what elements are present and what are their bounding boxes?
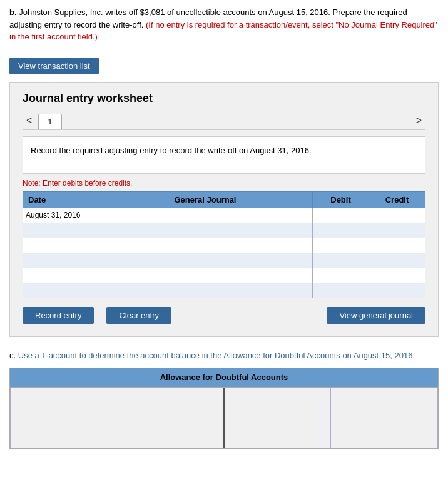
col-header-general: General Journal	[98, 191, 313, 208]
general-input-6[interactable]	[98, 283, 312, 298]
t-account-right-input-4[interactable]	[331, 433, 437, 448]
t-account-row	[11, 418, 438, 433]
credit-input-5[interactable]	[369, 268, 425, 283]
t-account-left-4[interactable]	[11, 433, 225, 448]
general-cell-5[interactable]	[98, 268, 313, 283]
debit-cell-2[interactable]	[313, 223, 369, 238]
credit-cell-6[interactable]	[369, 283, 425, 298]
problem-c-label: c.	[9, 351, 16, 360]
tab-left-arrow[interactable]: <	[23, 113, 36, 129]
t-account-mid-1[interactable]	[224, 388, 331, 403]
general-cell-1[interactable]	[98, 208, 313, 223]
credit-cell-1[interactable]	[369, 208, 425, 223]
t-account-left-input-4[interactable]	[11, 433, 223, 448]
t-account-right-3[interactable]	[331, 418, 438, 433]
date-cell-4	[23, 253, 98, 268]
t-account-left-input-2[interactable]	[11, 403, 223, 418]
t-account-title: Allowance for Doubtful Accounts	[10, 368, 438, 388]
debit-input-2[interactable]	[313, 223, 369, 238]
credit-cell-2[interactable]	[369, 223, 425, 238]
general-cell-6[interactable]	[98, 283, 313, 298]
t-account-table	[10, 388, 438, 448]
t-account-mid-input-2[interactable]	[225, 403, 330, 418]
t-account-row	[11, 388, 438, 403]
credit-input-1[interactable]	[369, 208, 425, 223]
problem-c-description: Use a T-account to determine the account…	[18, 351, 415, 360]
t-account-left-1[interactable]	[11, 388, 225, 403]
t-account-left-input-3[interactable]	[11, 418, 223, 433]
problem-c-text: c. Use a T-account to determine the acco…	[9, 349, 439, 362]
entry-description-text: Record the required adjusting entry to r…	[31, 146, 312, 155]
journal-table: Date General Journal Debit Credit August…	[23, 191, 425, 298]
t-account-right-2[interactable]	[331, 403, 438, 418]
table-row	[23, 268, 425, 283]
tab-1[interactable]: 1	[38, 114, 61, 129]
view-transaction-list-button[interactable]: View transaction list	[9, 58, 99, 74]
debit-cell-1[interactable]	[313, 208, 369, 223]
debit-input-3[interactable]	[313, 238, 369, 253]
view-general-journal-button[interactable]: View general journal	[327, 307, 425, 324]
debit-input-4[interactable]	[313, 253, 369, 268]
debit-cell-4[interactable]	[313, 253, 369, 268]
date-cell-2	[23, 223, 98, 238]
problem-b-label: b.	[9, 8, 17, 17]
col-header-debit: Debit	[313, 191, 369, 208]
general-input-4[interactable]	[98, 253, 312, 268]
problem-c-section: c. Use a T-account to determine the acco…	[9, 349, 439, 449]
debit-input-1[interactable]	[313, 208, 369, 223]
col-header-credit: Credit	[369, 191, 425, 208]
t-account-right-1[interactable]	[331, 388, 438, 403]
t-account-mid-2[interactable]	[224, 403, 331, 418]
col-header-date: Date	[23, 191, 98, 208]
tab-section: < 1 >	[23, 113, 425, 130]
general-input-1[interactable]	[98, 208, 312, 223]
credit-cell-4[interactable]	[369, 253, 425, 268]
worksheet-container: Journal entry worksheet < 1 > Record the…	[9, 82, 439, 337]
general-cell-3[interactable]	[98, 238, 313, 253]
date-cell-3	[23, 238, 98, 253]
t-account-right-4[interactable]	[331, 433, 438, 448]
general-cell-2[interactable]	[98, 223, 313, 238]
general-input-2[interactable]	[98, 223, 312, 238]
date-cell-5	[23, 268, 98, 283]
t-account-left-2[interactable]	[11, 403, 225, 418]
table-row	[23, 283, 425, 298]
debit-cell-5[interactable]	[313, 268, 369, 283]
general-cell-4[interactable]	[98, 253, 313, 268]
record-entry-button[interactable]: Record entry	[23, 307, 94, 324]
date-cell-6	[23, 283, 98, 298]
table-row	[23, 253, 425, 268]
button-row: Record entry Clear entry View general jo…	[23, 307, 425, 324]
table-row	[23, 238, 425, 253]
debit-cell-6[interactable]	[313, 283, 369, 298]
t-account-mid-3[interactable]	[224, 418, 331, 433]
t-account-container: Allowance for Doubtful Accounts	[9, 368, 439, 449]
debit-cell-3[interactable]	[313, 238, 369, 253]
credit-cell-5[interactable]	[369, 268, 425, 283]
t-account-right-input-2[interactable]	[331, 403, 437, 418]
entry-description-box: Record the required adjusting entry to r…	[23, 136, 425, 174]
clear-entry-button[interactable]: Clear entry	[106, 307, 171, 324]
debit-input-6[interactable]	[313, 283, 369, 298]
credit-input-3[interactable]	[369, 238, 425, 253]
credit-cell-3[interactable]	[369, 238, 425, 253]
table-row	[23, 223, 425, 238]
table-row: August 31, 2016	[23, 208, 425, 223]
debit-input-5[interactable]	[313, 268, 369, 283]
general-input-3[interactable]	[98, 238, 312, 253]
t-account-mid-input-1[interactable]	[225, 388, 330, 403]
t-account-mid-input-3[interactable]	[225, 418, 330, 433]
credit-input-6[interactable]	[369, 283, 425, 298]
t-account-mid-4[interactable]	[224, 433, 331, 448]
general-input-5[interactable]	[98, 268, 312, 283]
t-account-left-3[interactable]	[11, 418, 225, 433]
credit-input-4[interactable]	[369, 253, 425, 268]
t-account-right-input-1[interactable]	[331, 388, 437, 403]
worksheet-title: Journal entry worksheet	[23, 92, 425, 105]
t-account-right-input-3[interactable]	[331, 418, 437, 433]
credit-input-2[interactable]	[369, 223, 425, 238]
t-account-left-input-1[interactable]	[11, 388, 223, 403]
date-cell-1: August 31, 2016	[23, 208, 98, 223]
tab-right-arrow[interactable]: >	[412, 113, 425, 129]
t-account-mid-input-4[interactable]	[225, 433, 330, 448]
